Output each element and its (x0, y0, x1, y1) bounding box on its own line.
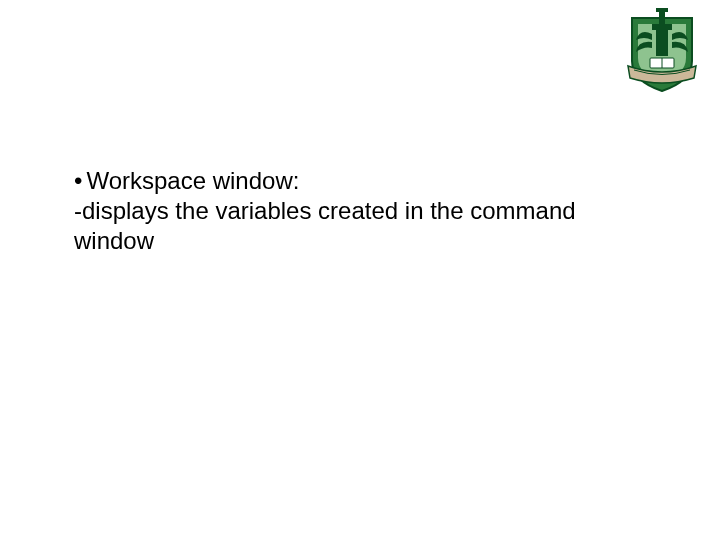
bullet-text: Workspace window: (86, 166, 299, 196)
crest-icon (622, 6, 702, 96)
slide: • Workspace window: -displays the variab… (0, 0, 720, 540)
svg-rect-3 (656, 8, 668, 12)
bullet-item: • Workspace window: (74, 166, 634, 196)
slide-body: • Workspace window: -displays the variab… (74, 166, 634, 256)
svg-rect-0 (656, 26, 668, 56)
bullet-mark: • (74, 166, 82, 196)
svg-rect-2 (659, 10, 665, 26)
university-crest-logo (622, 6, 702, 96)
description-line: -displays the variables created in the c… (74, 196, 634, 256)
